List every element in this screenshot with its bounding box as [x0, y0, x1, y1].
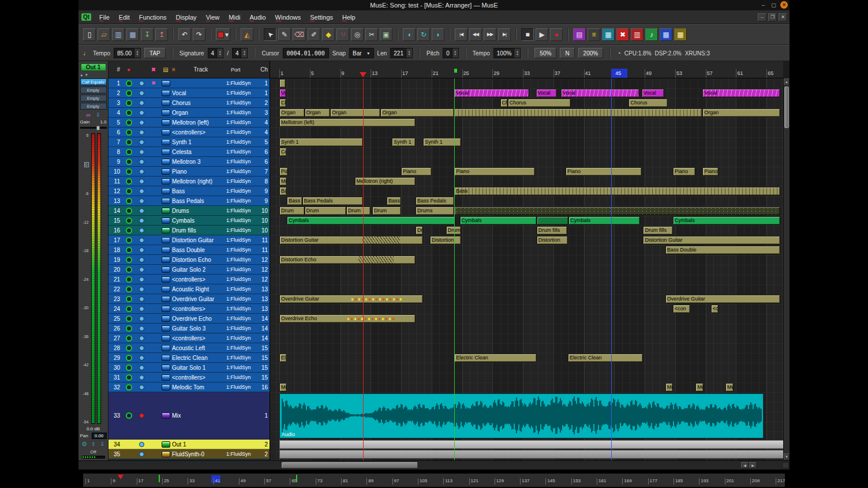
marker-view-button[interactable]: ✖ — [616, 28, 629, 41]
record-arm-cell[interactable] — [122, 306, 135, 312]
part-me[interactable]: Me — [725, 383, 734, 392]
part-chorus[interactable]: Chorus — [508, 99, 571, 107]
rewind-button[interactable]: ◀◀ — [469, 28, 482, 41]
track-row-5[interactable]: 5Mellotron (left)1:FluidSyn4 — [108, 118, 270, 127]
record-arm-cell[interactable] — [122, 374, 135, 381]
record-arm-icon[interactable] — [126, 325, 132, 332]
menu-item-file[interactable]: File — [95, 12, 114, 23]
arranger-view-button[interactable]: ▥ — [631, 28, 643, 41]
track-port[interactable]: 1:FluidSyn — [226, 345, 260, 351]
part-vocal[interactable]: Vocal — [702, 89, 780, 97]
record-arm-cell[interactable] — [122, 110, 135, 116]
track-onoff-cell[interactable] — [135, 287, 148, 292]
menu-item-audio[interactable]: Audio — [245, 12, 270, 23]
track-channel[interactable]: 14 — [260, 316, 270, 322]
record-arm-cell[interactable] — [122, 129, 135, 136]
record-arm-icon[interactable] — [126, 286, 132, 292]
vertical-scrollbar[interactable]: ▲ ▼ — [783, 78, 790, 460]
record-arm-icon[interactable] — [126, 296, 132, 302]
new-song-button[interactable]: ▯ — [83, 28, 96, 41]
track-channel[interactable]: 2 — [260, 441, 270, 448]
track-type-cell[interactable] — [159, 355, 172, 361]
track-onoff-cell[interactable] — [135, 159, 148, 164]
part-me[interactable]: Me — [695, 383, 703, 392]
track-channel[interactable]: 6 — [260, 149, 270, 155]
track-type-cell[interactable] — [159, 208, 172, 214]
track-on-icon[interactable] — [139, 208, 144, 213]
part-distortion-guitar[interactable]: Distortion Guitar — [279, 236, 423, 245]
track-channel[interactable]: 15 — [260, 355, 270, 361]
record-mode-button[interactable]: ▾ — [216, 28, 230, 41]
track-type-cell[interactable] — [159, 374, 172, 381]
track-port[interactable]: 1:FluidSyn — [226, 247, 260, 253]
track-port[interactable]: 1:FluidSyn — [226, 119, 260, 125]
arrow-up-icon[interactable]: ⇧ — [91, 442, 96, 447]
record-arm-cell[interactable] — [122, 335, 135, 341]
record-arm-icon[interactable] — [126, 100, 132, 106]
track-type-cell[interactable] — [159, 139, 172, 145]
record-arm-cell[interactable] — [122, 188, 135, 194]
track-on-icon[interactable] — [139, 198, 144, 204]
record-arm-icon[interactable] — [126, 335, 132, 341]
part-bass[interactable]: Bass — [387, 197, 401, 205]
pitch-spinbox[interactable]: 0▲▼ — [443, 48, 459, 58]
track-port[interactable]: 1:FluidSyn — [226, 451, 260, 457]
part-piano[interactable]: Piano — [401, 167, 432, 176]
record-arm-cell[interactable] — [122, 257, 135, 263]
tempo-spinbox[interactable]: 85.00▲▼ — [114, 48, 141, 58]
track-row-22[interactable]: 22Acoustic Right1:FluidSyn13 — [108, 284, 270, 294]
track-onoff-cell[interactable] — [135, 336, 148, 341]
track-type-cell[interactable] — [159, 188, 172, 194]
track-on-icon[interactable] — [139, 218, 144, 223]
header-record-icon[interactable]: ● — [122, 67, 135, 73]
zoom-200-button[interactable]: 200% — [578, 48, 604, 58]
record-arm-icon[interactable] — [126, 355, 132, 361]
part-overdrive-guitar[interactable]: Overdrive Guitar — [665, 295, 780, 303]
track-row-21[interactable]: 21<controllers>1:FluidSyn12 — [108, 275, 270, 284]
part-chorus[interactable]: Chorus — [628, 99, 667, 107]
track-on-icon[interactable] — [139, 287, 144, 292]
record-arm-cell[interactable] — [122, 90, 135, 96]
record-arm-cell[interactable] — [122, 384, 135, 391]
play-button[interactable]: ▶ — [536, 28, 548, 41]
track-onoff-cell[interactable] — [135, 355, 148, 361]
track-channel[interactable]: 1 — [260, 80, 270, 87]
track-channel[interactable]: 13 — [260, 286, 270, 292]
track-row-12[interactable]: 12Bass1:FluidSyn9 — [108, 186, 270, 196]
gain-slider-handle[interactable] — [96, 126, 100, 130]
part-drum[interactable]: Drum — [372, 207, 401, 215]
track-row-1[interactable]: 1✖1:FluidSyn1 — [108, 78, 270, 88]
record-dot-icon[interactable] — [139, 413, 144, 418]
strip-up-icon[interactable]: ▴ — [81, 73, 83, 77]
track-row-31[interactable]: 31<controllers>1:FluidSyn15 — [108, 373, 270, 382]
scroll-right-button[interactable]: ▶ — [749, 462, 757, 468]
pointer-tool-button[interactable]: ➤ — [264, 28, 276, 41]
timeline-ruler[interactable]: 1591317212529333741454953576165 — [270, 61, 783, 78]
track-onoff-cell[interactable] — [135, 326, 148, 331]
snap-select[interactable]: Bar▼ — [349, 48, 374, 58]
track-onoff-cell[interactable] — [135, 198, 148, 204]
track-port[interactable]: 1:FluidSyn — [226, 365, 260, 370]
track-on-icon[interactable] — [139, 296, 144, 302]
record-arm-icon[interactable] — [126, 159, 132, 165]
pin-cell[interactable]: ✖ — [148, 80, 159, 86]
part-me[interactable]: Me — [665, 383, 673, 392]
glue-tool-button[interactable]: ▣ — [380, 28, 392, 41]
track-channel[interactable]: 4 — [260, 129, 270, 136]
record-arm-icon[interactable] — [126, 384, 132, 391]
track-type-cell[interactable] — [159, 217, 172, 224]
part-cymbals[interactable]: Cymbals — [287, 216, 455, 225]
record-arm-icon[interactable] — [126, 129, 132, 136]
track-row-13[interactable]: 13Bass Pedals1:FluidSyn9 — [108, 196, 270, 206]
part-olive[interactable] — [454, 108, 702, 117]
track-channel[interactable]: 9 — [260, 188, 270, 194]
overview-playhead[interactable] — [118, 475, 124, 482]
strip-down-icon[interactable]: ▾ — [85, 73, 88, 77]
part-me[interactable]: Me — [279, 177, 287, 186]
pencil-tool-button[interactable]: ✎ — [278, 28, 291, 41]
header-port[interactable]: Port — [226, 67, 260, 73]
header-track[interactable]: ≡ Track — [172, 66, 226, 73]
track-on-icon[interactable] — [139, 110, 144, 115]
track-channel[interactable]: 10 — [260, 227, 270, 234]
part-drum[interactable]: Drum — [279, 207, 305, 215]
